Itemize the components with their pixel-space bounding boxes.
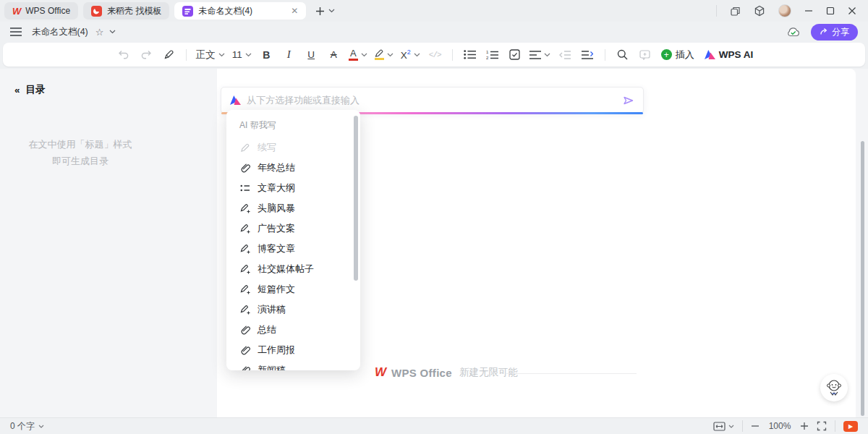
paperclip-icon (239, 345, 250, 355)
title-chevron-icon[interactable] (109, 30, 116, 34)
ai-prompt-input[interactable] (247, 95, 617, 106)
docer-icon (91, 6, 102, 17)
cloud-sync-icon[interactable] (786, 26, 801, 38)
alignment-button[interactable] (528, 46, 552, 64)
menu-item-weekly-work-report[interactable]: 工作周报 (226, 340, 360, 360)
style-value: 正文 (196, 48, 216, 61)
close-window-button[interactable] (848, 7, 856, 15)
menu-item-summary[interactable]: 总结 (226, 320, 360, 340)
zoom-level[interactable]: 100% (767, 421, 792, 431)
strikethrough-button[interactable]: A (325, 46, 343, 64)
paperclip-icon (239, 365, 250, 370)
format-painter-button[interactable] (160, 46, 178, 64)
send-icon[interactable] (623, 95, 634, 106)
menu-item-press-release[interactable]: 新闻稿 (226, 360, 360, 370)
workspace-cube-icon[interactable] (754, 5, 765, 17)
menu-item-label: 社交媒体帖子 (258, 263, 314, 276)
font-size-select[interactable]: 11 (231, 46, 253, 64)
paperclip-icon (239, 163, 250, 173)
search-button[interactable] (613, 46, 631, 64)
redo-button[interactable] (137, 46, 156, 64)
menu-item-label: 工作周报 (258, 344, 295, 357)
superscript-button[interactable]: X2 (399, 46, 422, 64)
highlight-color-button[interactable] (373, 46, 395, 64)
menu-item-social-media-post[interactable]: 社交媒体帖子 (226, 259, 360, 279)
hamburger-menu-icon[interactable] (10, 27, 22, 36)
sidebar-title: 目录 (26, 83, 46, 96)
vertical-scrollbar-thumb[interactable] (861, 141, 864, 416)
pen-icon (239, 142, 250, 153)
menu-item-continue-writing[interactable]: 续写 (226, 137, 360, 158)
numbered-list-button[interactable]: 12 (483, 46, 501, 64)
fullscreen-button[interactable] (817, 421, 827, 431)
collapse-sidebar-icon[interactable]: « (14, 85, 20, 95)
checklist-button[interactable] (506, 46, 524, 64)
tab-docer-templates[interactable]: 来稻壳 找模板 (83, 2, 169, 20)
comment-button[interactable] (636, 46, 654, 64)
toc-hint-line2: 即可生成目录 (0, 153, 161, 169)
underline-button[interactable]: U (302, 46, 320, 64)
menu-item-label: 演讲稿 (258, 303, 286, 316)
favorite-star-icon[interactable]: ☆ (95, 27, 104, 38)
share-icon (820, 27, 828, 36)
user-avatar[interactable] (778, 4, 791, 17)
menu-scrollbar-thumb[interactable] (354, 116, 358, 281)
bullet-list-button[interactable] (461, 46, 479, 64)
menu-item-article-outline[interactable]: 文章大纲 (226, 178, 360, 198)
menu-item-label: 文章大纲 (258, 182, 295, 195)
page-fit-button[interactable] (713, 422, 734, 431)
menu-item-label: 年终总结 (258, 161, 295, 174)
zoom-out-button[interactable] (751, 422, 760, 430)
menu-item-speech-draft[interactable]: 演讲稿 (226, 299, 360, 320)
toc-empty-hint: 在文中使用「标题」样式 即可生成目录 (0, 136, 161, 169)
document-canvas[interactable]: AI 帮我写 续写 年终总结 文章大纲 头脑风暴 广告文案 (217, 69, 856, 417)
outline-icon (239, 183, 250, 193)
pen-plus-icon (239, 203, 250, 213)
decrease-indent-button[interactable] (556, 46, 574, 64)
share-button[interactable]: 分享 (811, 24, 858, 41)
tab-label: 未命名文档(4) (198, 5, 252, 17)
wps-logo-icon: W (12, 6, 20, 17)
tab-wps-home[interactable]: W WPS Office (4, 2, 78, 20)
bold-button[interactable]: B (258, 46, 276, 64)
zoom-in-button[interactable] (800, 422, 809, 430)
maximize-button[interactable] (826, 7, 835, 15)
status-bar: 0 个字 100% ▶ (0, 417, 868, 434)
close-tab-icon[interactable]: ✕ (291, 6, 298, 16)
pen-plus-icon (239, 224, 250, 234)
chevron-down-icon (544, 53, 550, 57)
new-tab-button[interactable] (315, 7, 325, 16)
new-tab-chevron-icon[interactable] (328, 9, 335, 13)
minimize-button[interactable] (804, 7, 813, 15)
wps-ai-button[interactable]: WPS AI (705, 49, 754, 60)
tab-label: WPS Office (25, 6, 70, 16)
share-label: 分享 (832, 26, 849, 38)
chevron-down-icon (218, 53, 225, 57)
undo-button[interactable] (115, 46, 133, 64)
multi-window-icon[interactable] (730, 6, 741, 17)
word-count-button[interactable]: 0 个字 (10, 420, 44, 433)
insert-button[interactable]: + 插入 (661, 48, 694, 61)
highlight-swatch (375, 58, 384, 60)
paragraph-style-select[interactable]: 正文 (195, 46, 226, 64)
italic-button[interactable]: I (280, 46, 298, 64)
chevron-down-icon (728, 425, 734, 428)
tab-label: 来稻壳 找模板 (107, 5, 161, 17)
assistant-mascot[interactable] (820, 374, 848, 401)
increase-indent-button[interactable] (579, 46, 597, 64)
menu-item-ad-copy[interactable]: 广告文案 (226, 218, 360, 239)
ai-write-menu: AI 帮我写 续写 年终总结 文章大纲 头脑风暴 广告文案 (226, 110, 360, 370)
highlighter-icon (375, 49, 384, 57)
svg-text:1: 1 (486, 50, 489, 54)
menu-item-blog-post[interactable]: 博客文章 (226, 239, 360, 259)
menu-item-year-end-summary[interactable]: 年终总结 (226, 158, 360, 178)
tab-untitled-document[interactable]: 未命名文档(4) ✕ (174, 2, 306, 20)
menu-item-brainstorm[interactable]: 头脑风暴 (226, 198, 360, 218)
font-color-button[interactable]: A (347, 46, 369, 64)
wps-logo-icon: W (375, 365, 386, 380)
menu-item-short-essay[interactable]: 短篇作文 (226, 279, 360, 299)
training-video-button[interactable]: ▶ (843, 421, 858, 432)
wps-ai-label: WPS AI (719, 49, 754, 60)
divider (742, 420, 743, 432)
code-block-button[interactable]: </> (426, 46, 444, 64)
